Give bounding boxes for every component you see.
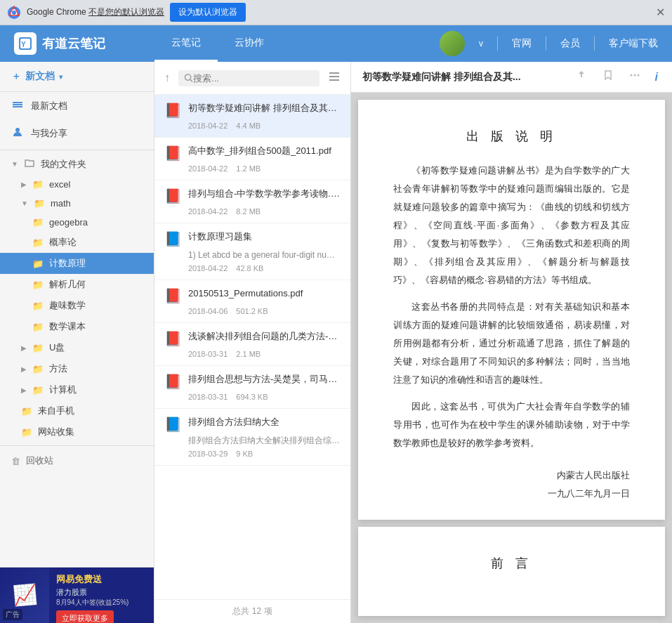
share-button[interactable] xyxy=(572,67,591,86)
sidebar-divider xyxy=(0,150,154,150)
file-title: 20150513_Permutations.pdf xyxy=(188,287,341,300)
file-item[interactable]: 📕 浅谈解决排列组合问题的几类方法-陈... 2018-03-31 2.1 MB xyxy=(154,323,350,366)
paragraph-3: 因此，这套丛书，可供为广大社会青年自学数学的辅导用书，也可作为在校中学生的课外辅… xyxy=(393,398,630,452)
total-count: 总共 12 项 xyxy=(232,606,272,616)
file-size: 8.2 MB xyxy=(236,207,261,216)
sidebar-item-recent[interactable]: 最新文档 xyxy=(0,92,154,119)
file-item[interactable]: 📘 排列组合方法归纳大全 排列组合方法归纳大全解决排列组合综合性问题的一般过程如… xyxy=(154,409,350,466)
ad-note: 8月94人中签(收益25%) xyxy=(56,598,147,608)
view-toggle-button[interactable] xyxy=(325,67,343,88)
sidebar-item-recycle[interactable]: 🗑 回收站 xyxy=(0,449,154,473)
file-meta: 2018-04-22 42.8 KB xyxy=(164,264,341,273)
sidebar-folder-excel[interactable]: ▶ 📁 excel xyxy=(0,175,154,194)
svg-point-18 xyxy=(637,74,639,77)
file-meta: 2018-03-31 2.1 MB xyxy=(164,350,341,358)
paragraph-1: 《初等数学疑难问题讲解丛书》是为自学数学的广大社会青年讲解初等数学中的疑难问题而… xyxy=(393,162,630,289)
file-item-header: 📕 浅谈解决排列组合问题的几类方法-陈... xyxy=(164,330,341,347)
sidebar-folder-fun[interactable]: 📁 趣味数学 xyxy=(0,295,154,316)
plus-icon: ＋ xyxy=(11,70,21,83)
folder-website-icon: 📁 xyxy=(21,427,32,438)
folder-udisk-icon: 📁 xyxy=(32,343,44,353)
sidebar-item-my-folders[interactable]: ▼ 我的文件夹 xyxy=(0,153,154,175)
doc-icon: 📘 xyxy=(164,230,181,247)
preview-header: 初等数学疑难问讲解 排列组合及其... i xyxy=(351,62,672,93)
file-date: 2018-04-22 xyxy=(188,264,228,273)
folder-count-icon: 📁 xyxy=(32,258,44,269)
publish-date: 一九八二年九月一日 xyxy=(393,485,630,503)
bookmark-button[interactable] xyxy=(599,67,617,86)
sidebar-folder-prob[interactable]: 📁 概率论 xyxy=(0,232,154,253)
pdf-icon: 📕 xyxy=(164,287,181,304)
avatar-image xyxy=(440,31,465,56)
file-meta: 2018-04-22 4.4 MB xyxy=(164,122,341,130)
sidebar-folder-geogebra[interactable]: 📁 geogebra xyxy=(0,213,154,232)
preview-actions: i xyxy=(572,67,661,86)
file-item[interactable]: 📕 初等数学疑难问讲解 排列组合及其应... 2018-04-22 4.4 MB xyxy=(154,95,350,138)
sidebar-folder-computer[interactable]: ▶ 📁 计算机 xyxy=(0,379,154,400)
chrome-titlebar: Google Chrome 不是您的默认浏览器 设为默认浏览器 ✕ xyxy=(0,0,672,25)
file-date: 2018-03-31 xyxy=(188,350,228,358)
tab-collab[interactable]: 云协作 xyxy=(218,25,281,62)
more-button[interactable] xyxy=(626,67,644,86)
file-item[interactable]: 📕 20150513_Permutations.pdf 2018-04-06 5… xyxy=(154,280,350,323)
chevron-right3-icon: ▶ xyxy=(21,365,27,373)
file-snippet: 1) Let abcd be a general four-digit numb… xyxy=(164,249,341,261)
preview-panel: 初等数学疑难问讲解 排列组合及其... i xyxy=(351,62,672,623)
folder-geogebra-label: geogebra xyxy=(49,217,88,228)
file-title: 高中数学_排列组合500题_2011.pdf xyxy=(188,145,341,157)
back-button[interactable]: ↑ xyxy=(162,69,173,87)
info-button[interactable]: i xyxy=(652,70,661,85)
file-item-header: 📘 计数原理习题集 xyxy=(164,230,341,247)
search-icon xyxy=(184,73,193,83)
nav-link-download[interactable]: 客户端下载 xyxy=(609,37,658,50)
app-logo: Y 有道云笔记 xyxy=(0,32,154,55)
trash-icon: 🗑 xyxy=(11,456,20,466)
sidebar-folder-textbook[interactable]: 📁 数学课本 xyxy=(0,316,154,337)
sidebar-folder-count[interactable]: 📁 计数原理 xyxy=(0,253,154,274)
sidebar-folder-udisk[interactable]: ▶ 📁 U盘 xyxy=(0,337,154,358)
folder-textbook-icon: 📁 xyxy=(32,322,44,332)
file-item[interactable]: 📘 计数原理习题集 1) Let abcd be a general four-… xyxy=(154,223,350,280)
nav-link-vip[interactable]: 会员 xyxy=(560,37,580,50)
search-input[interactable] xyxy=(193,73,314,84)
folder-excel-icon: 📁 xyxy=(32,179,44,190)
folder-math-icon: 📁 xyxy=(34,198,45,209)
folder-geogebra-icon: 📁 xyxy=(32,217,44,228)
sidebar-folder-method[interactable]: ▶ 📁 方法 xyxy=(0,358,154,379)
file-item-header: 📕 高中数学_排列组合500题_2011.pdf xyxy=(164,145,341,162)
sidebar-folder-math[interactable]: ▼ 📁 math xyxy=(0,194,154,213)
folder-phone-label: 来自手机 xyxy=(38,405,74,417)
sidebar-item-shared[interactable]: 与我分享 xyxy=(0,119,154,147)
recycle-label: 回收站 xyxy=(26,454,53,467)
svg-point-2 xyxy=(12,11,16,15)
svg-point-10 xyxy=(185,74,190,80)
file-item[interactable]: 📕 高中数学_排列组合500题_2011.pdf 2018-04-22 1.2 … xyxy=(154,138,350,181)
titlebar-left: Google Chrome 不是您的默认浏览器 设为默认浏览器 xyxy=(7,3,246,22)
app-name: 有道云笔记 xyxy=(42,35,105,52)
file-date: 2018-03-29 xyxy=(188,450,228,458)
sidebar-folder-anal[interactable]: 📁 解析几何 xyxy=(0,274,154,295)
tab-notes[interactable]: 云笔记 xyxy=(154,25,218,62)
set-default-browser-button[interactable]: 设为默认浏览器 xyxy=(170,3,246,22)
sidebar-folder-phone[interactable]: 📁 来自手机 xyxy=(0,400,154,421)
new-doc-label: 新文档 xyxy=(25,70,55,83)
file-size: 1.2 MB xyxy=(236,164,261,173)
nav-link-official[interactable]: 官网 xyxy=(512,37,532,50)
page1-content: 《初等数学疑难问题讲解丛书》是为自学数学的广大社会青年讲解初等数学中的疑难问题而… xyxy=(393,162,630,503)
sidebar-folder-website[interactable]: 📁 网站收集 xyxy=(0,421,154,442)
svg-rect-8 xyxy=(13,106,22,107)
ad-content: 📈 网易免费送 潜力股票 8月94人中签(收益25%) 立即获取更多 广告 xyxy=(0,568,154,623)
new-document-button[interactable]: ＋ 新文档 ▾ xyxy=(0,62,154,92)
file-item[interactable]: 📕 排列与组合-中学数学教学参考读物.pdf 2018-04-22 8.2 MB xyxy=(154,181,350,223)
ad-button[interactable]: 立即获取更多 xyxy=(56,610,114,623)
folder-fun-label: 趣味数学 xyxy=(49,299,86,312)
file-meta: 2018-04-22 1.2 MB xyxy=(164,164,341,173)
chrome-close-button[interactable]: ✕ xyxy=(656,6,665,19)
folder-fun-icon: 📁 xyxy=(32,301,44,311)
shared-label: 与我分享 xyxy=(31,127,67,140)
file-date: 2018-04-22 xyxy=(188,207,228,216)
file-item[interactable]: 📕 排列组合思想与方法-吴楚昊，司马强... 2018-03-31 694.3 … xyxy=(154,366,350,409)
logo-icon: Y xyxy=(14,32,37,55)
file-title: 计数原理习题集 xyxy=(188,230,341,243)
chevron-down-icon: ▼ xyxy=(11,160,18,168)
